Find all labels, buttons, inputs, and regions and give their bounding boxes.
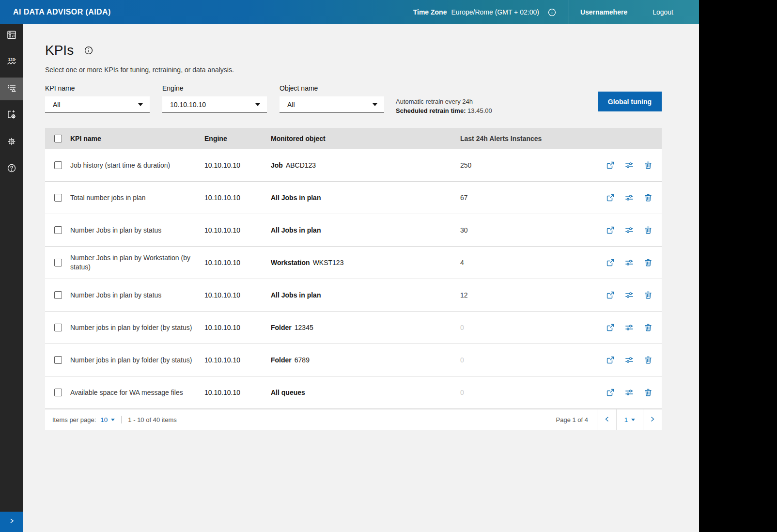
logout-button[interactable]: Logout: [653, 8, 673, 16]
row-checkbox[interactable]: [54, 259, 62, 266]
pagination-divider: [121, 416, 122, 423]
kpi-name-cell: Available space for WA message files: [70, 388, 204, 397]
tuning-icon[interactable]: [625, 161, 634, 170]
delete-icon[interactable]: [644, 323, 653, 332]
page-number-select[interactable]: 1: [616, 409, 643, 430]
page-subtitle: Select one or more KPIs for tuning, retr…: [45, 66, 699, 74]
tuning-icon[interactable]: [625, 291, 634, 299]
object-name-filter-dropdown[interactable]: All: [280, 96, 384, 113]
column-header-monitored-object[interactable]: Monitored object: [271, 135, 460, 142]
retrain-line2-label: Scheduled retrain time:: [396, 107, 466, 114]
items-per-page-select[interactable]: 10: [100, 416, 115, 423]
timezone-value: Europe/Rome (GMT + 02:00): [451, 8, 539, 16]
dashboard-icon: [6, 30, 17, 42]
column-header-kpi-name[interactable]: KPI name: [70, 134, 204, 143]
dropdown-caret-icon: [255, 103, 260, 106]
open-kpi-icon[interactable]: [606, 226, 615, 235]
delete-icon[interactable]: [644, 161, 653, 170]
monitored-object-cell: Folder6789: [271, 356, 460, 364]
topbar-right: Time Zone Europe/Rome (GMT + 02:00) User…: [413, 0, 699, 24]
kpi-name-cell: Number jobs in plan by folder (by status…: [70, 323, 204, 332]
top-bar: AI DATA ADVISOR (AIDA) Time Zone Europe/…: [0, 0, 699, 24]
delete-icon[interactable]: [644, 258, 653, 267]
next-page-button[interactable]: [643, 409, 662, 430]
table-row: Number Jobs in plan by status 10.10.10.1…: [45, 214, 662, 247]
column-header-engine[interactable]: Engine: [204, 135, 271, 142]
tuning-icon[interactable]: [625, 388, 634, 397]
open-kpi-icon[interactable]: [606, 258, 615, 267]
sidebar-item-help[interactable]: [0, 157, 23, 180]
global-tuning-button[interactable]: Global tuning: [598, 92, 662, 111]
row-checkbox[interactable]: [54, 389, 62, 396]
engine-filter-value: 10.10.10.10: [170, 101, 206, 109]
delete-icon[interactable]: [644, 226, 653, 235]
sidebar: 123·: [0, 24, 23, 532]
monitored-object-cell: All queues: [271, 389, 460, 396]
engine-cell: 10.10.10.10: [204, 356, 271, 364]
alerts-cell: 250: [460, 161, 597, 169]
open-kpi-icon[interactable]: [606, 388, 615, 397]
tuning-icon[interactable]: [625, 323, 634, 332]
engine-cell: 10.10.10.10: [204, 259, 271, 266]
kpi-name-filter-dropdown[interactable]: All: [45, 96, 150, 113]
engine-filter-dropdown[interactable]: 10.10.10.10: [162, 96, 267, 113]
tuning-icon[interactable]: [625, 258, 634, 267]
row-checkbox[interactable]: [54, 194, 62, 202]
delete-icon[interactable]: [644, 356, 653, 364]
select-all-checkbox[interactable]: [54, 135, 62, 142]
sidebar-item-dashboard[interactable]: [0, 24, 23, 47]
retrain-line1: Automatic retrain every 24h: [396, 97, 492, 106]
object-config-icon: [6, 110, 17, 122]
items-per-page-label: Items per page:: [52, 416, 96, 423]
alerts-cell: 4: [460, 259, 597, 266]
open-kpi-icon[interactable]: [606, 161, 615, 170]
engine-cell: 10.10.10.10: [204, 226, 271, 234]
tuning-icon[interactable]: [625, 193, 634, 202]
alerts-cell: 30: [460, 226, 597, 234]
row-checkbox[interactable]: [54, 161, 62, 169]
object-name-filter-value: All: [287, 101, 295, 109]
row-checkbox[interactable]: [54, 324, 62, 331]
delete-icon[interactable]: [644, 388, 653, 397]
sidebar-item-kpi-numbers[interactable]: 123·: [0, 51, 23, 74]
row-checkbox[interactable]: [54, 291, 62, 299]
kpis-info-icon[interactable]: [84, 46, 93, 55]
chevron-right-icon: [649, 416, 656, 424]
engine-cell: 10.10.10.10: [204, 389, 271, 396]
retrain-line2: Scheduled retrain time: 13.45.00: [396, 106, 492, 115]
numbers-trend-icon: 123·: [6, 56, 17, 69]
tuning-icon[interactable]: [625, 226, 634, 235]
previous-page-button[interactable]: [597, 409, 616, 430]
kpi-table: KPI name Engine Monitored object Last 24…: [45, 128, 662, 430]
tuning-icon[interactable]: [625, 356, 634, 364]
sidebar-item-settings[interactable]: [0, 131, 23, 154]
username[interactable]: Usernamehere: [580, 8, 627, 16]
delete-icon[interactable]: [644, 291, 653, 299]
page-count-text: Page 1 of 4: [556, 416, 589, 423]
row-actions: [597, 226, 662, 235]
row-checkbox[interactable]: [54, 226, 62, 234]
app-title: AI DATA ADVISOR (AIDA): [13, 8, 111, 16]
column-header-alerts[interactable]: Last 24h Alerts Instances: [460, 135, 597, 142]
page-title: KPIs: [45, 43, 74, 58]
open-kpi-icon[interactable]: [606, 323, 615, 332]
sidebar-item-object-configuration[interactable]: [0, 104, 23, 127]
delete-icon[interactable]: [644, 193, 653, 202]
open-kpi-icon[interactable]: [606, 193, 615, 202]
timezone-info-icon[interactable]: [548, 8, 556, 16]
sidebar-expand-button[interactable]: [0, 512, 23, 532]
table-row: Number jobs in plan by folder (by status…: [45, 344, 662, 376]
table-row: Number Jobs in plan by status 10.10.10.1…: [45, 279, 662, 312]
open-kpi-icon[interactable]: [606, 291, 615, 299]
row-actions: [597, 323, 662, 332]
engine-filter-label: Engine: [162, 84, 267, 92]
open-kpi-icon[interactable]: [606, 356, 615, 364]
kpi-name-cell: Number Jobs in plan by status: [70, 291, 204, 300]
kpi-alerts-list-icon: [6, 83, 17, 95]
object-name-filter-label: Object name: [280, 84, 384, 92]
retrain-line2-value: 13.45.00: [467, 107, 492, 114]
sidebar-item-kpi-alerts[interactable]: [0, 78, 23, 100]
help-icon: [6, 163, 17, 175]
alerts-cell: 0: [460, 324, 597, 331]
row-checkbox[interactable]: [54, 356, 62, 364]
